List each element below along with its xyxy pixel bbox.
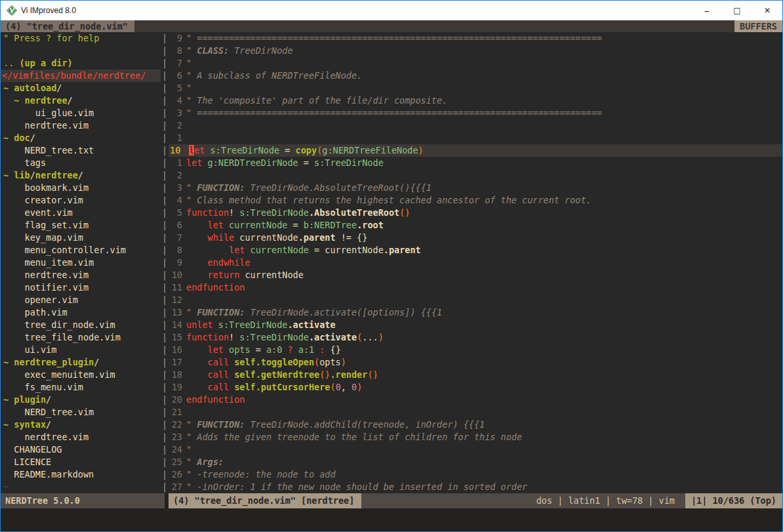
code-line[interactable]: 19 call self.putCursorHere(0, 0) bbox=[169, 381, 782, 394]
file-fs-menu-vim[interactable]: fs_menu.vim bbox=[3, 381, 161, 394]
code-line-current[interactable]: 10let s:TreeDirNode = copy(g:NERDTreeFil… bbox=[169, 144, 782, 157]
code-line[interactable]: 26" -treenode: the node to add bbox=[169, 468, 782, 481]
code-line[interactable]: 4" Class method that returns the highest… bbox=[169, 194, 782, 207]
close-button[interactable]: ✕ bbox=[752, 1, 782, 20]
line-number: 1 bbox=[169, 157, 186, 169]
code-line[interactable]: 4" The 'composite' part of the file/dir … bbox=[169, 94, 782, 107]
maximize-button[interactable]: □ bbox=[722, 1, 752, 20]
dir-nerdtree-plugin[interactable]: ~ nerdtree_plugin/ bbox=[3, 356, 161, 369]
code-line[interactable]: 1let g:NERDTreeDirNode = s:TreeDirNode bbox=[169, 157, 782, 169]
code-line[interactable]: 15function! s:TreeDirNode.activate(...) bbox=[169, 331, 782, 344]
file-ui-glue-vim[interactable]: ui_glue.vim bbox=[3, 107, 161, 119]
root-path[interactable]: </vimfiles/bundle/nerdtree/ bbox=[1, 70, 161, 82]
dir-syntax[interactable]: ~ syntax/ bbox=[3, 419, 161, 431]
code-line[interactable]: 3" FUNCTION: TreeDirNode.AbsoluteTreeRoo… bbox=[169, 182, 782, 194]
code-line[interactable]: 3" =====================================… bbox=[169, 107, 782, 119]
file-tags[interactable]: tags bbox=[3, 157, 161, 169]
code-text: " Class method that returns the highest … bbox=[186, 194, 592, 207]
dir-doc[interactable]: ~ doc/ bbox=[3, 132, 161, 144]
code-line[interactable]: 13" FUNCTION: TreeDirNode.activate([opti… bbox=[169, 306, 782, 319]
line-number: 25 bbox=[169, 456, 186, 468]
file-menu-item-vim[interactable]: menu_item.vim bbox=[3, 256, 161, 269]
up-dir-item[interactable]: .. (up a dir) bbox=[3, 57, 161, 70]
code-line[interactable]: 2 bbox=[169, 119, 782, 132]
file-ui-vim[interactable]: ui.vim bbox=[3, 344, 161, 356]
file-creator-vim[interactable]: creator.vim bbox=[3, 194, 161, 207]
code-line[interactable]: 5" bbox=[169, 82, 782, 94]
file-readme-markdown[interactable]: README.markdown bbox=[3, 468, 161, 481]
code-line[interactable]: 7" bbox=[169, 57, 782, 70]
window-separator[interactable]: ||||||||||||||||||||||||||||||||||||| bbox=[161, 32, 169, 493]
empty-line-indicator[interactable]: ~ bbox=[3, 481, 161, 493]
code-text: " ======================================… bbox=[186, 107, 602, 119]
file-nerd-tree-txt[interactable]: NERD_tree.txt bbox=[3, 144, 161, 157]
file-flag-set-vim[interactable]: flag_set.vim bbox=[3, 219, 161, 232]
file-path-vim[interactable]: path.vim bbox=[3, 306, 161, 319]
window-title: Vi IMproved 8.0 bbox=[21, 6, 76, 15]
code-line[interactable]: 23" Adds the given treenode to the list … bbox=[169, 431, 782, 443]
line-number: 6 bbox=[169, 219, 186, 232]
code-text: return currentNode bbox=[186, 269, 304, 281]
line-number: 8 bbox=[169, 244, 186, 256]
code-line[interactable]: 24" bbox=[169, 443, 782, 456]
code-line[interactable]: 11endfunction bbox=[169, 281, 782, 294]
main-statusline: (4) "tree_dir_node.vim" [nerdtree] dos |… bbox=[169, 493, 782, 508]
separator-bar: | bbox=[161, 281, 169, 294]
blank-line[interactable] bbox=[3, 45, 161, 57]
code-line[interactable]: 8" CLASS: TreeDirNode bbox=[169, 45, 782, 57]
separator-bar: | bbox=[161, 344, 169, 356]
file-autoload-nerdtree-vim[interactable]: nerdtree.vim bbox=[3, 119, 161, 132]
code-line[interactable]: 9 endwhile bbox=[169, 256, 782, 269]
command-line[interactable] bbox=[1, 508, 782, 531]
separator-bar: | bbox=[161, 481, 169, 493]
code-line[interactable]: 22" FUNCTION: TreeDirNode.addChild(treen… bbox=[169, 419, 782, 431]
code-line[interactable]: 9" =====================================… bbox=[169, 32, 782, 45]
dir-autoload-nerdtree[interactable]: ~ nerdtree/ bbox=[3, 94, 161, 107]
line-number: 14 bbox=[169, 319, 186, 331]
code-line[interactable]: 7 while currentNode.parent != {} bbox=[169, 232, 782, 244]
file-nerd-tree-vim[interactable]: NERD_tree.vim bbox=[3, 406, 161, 419]
dir-plugin[interactable]: ~ plugin/ bbox=[3, 394, 161, 406]
file-tree-file-node-vim[interactable]: tree_file_node.vim bbox=[3, 331, 161, 344]
minimize-button[interactable]: – bbox=[692, 1, 722, 20]
code-text: function! s:TreeDirNode.activate(...) bbox=[186, 331, 384, 344]
titlebar[interactable]: Vi IMproved 8.0 – □ ✕ bbox=[1, 1, 782, 20]
code-line[interactable]: 6 let currentNode = b:NERDTree.root bbox=[169, 219, 782, 232]
file-event-vim[interactable]: event.vim bbox=[3, 207, 161, 219]
separator-bar: | bbox=[161, 369, 169, 381]
separator-bar: | bbox=[161, 419, 169, 431]
code-line[interactable]: 2 bbox=[169, 169, 782, 182]
code-text: " -inOrder: 1 if the new node should be … bbox=[186, 481, 527, 493]
file-key-map-vim[interactable]: key_map.vim bbox=[3, 232, 161, 244]
code-line[interactable]: 5function! s:TreeDirNode.AbsoluteTreeRoo… bbox=[169, 207, 782, 219]
dir-autoload[interactable]: ~ autoload/ bbox=[3, 82, 161, 94]
file-menu-controller-vim[interactable]: menu_controller.vim bbox=[3, 244, 161, 256]
statusline-filename: (4) "tree_dir_node.vim" [nerdtree] bbox=[169, 493, 361, 508]
code-line[interactable]: 18 call self.getNerdtree().render() bbox=[169, 369, 782, 381]
file-opener-vim[interactable]: opener.vim bbox=[3, 294, 161, 306]
file-licence[interactable]: LICENCE bbox=[3, 456, 161, 468]
file-lib-nerdtree-vim[interactable]: nerdtree.vim bbox=[3, 269, 161, 281]
tab-tree-dir-node-vim[interactable]: (4) "tree_dir_node.vim" bbox=[1, 20, 134, 32]
file-notifier-vim[interactable]: notifier.vim bbox=[3, 281, 161, 294]
file-exec-menuitem-vim[interactable]: exec_menuitem.vim bbox=[3, 369, 161, 381]
code-line[interactable]: 16 let opts = a:0 ? a:1 : {} bbox=[169, 344, 782, 356]
help-line[interactable]: " Press ? for help bbox=[3, 32, 161, 45]
code-line[interactable]: 27" -inOrder: 1 if the new node should b… bbox=[169, 481, 782, 493]
code-line[interactable]: 14unlet s:TreeDirNode.activate bbox=[169, 319, 782, 331]
dir-lib-nerdtree[interactable]: ~ lib/nerdtree/ bbox=[3, 169, 161, 182]
code-line[interactable]: 1 bbox=[169, 132, 782, 144]
code-line[interactable]: 12 bbox=[169, 294, 782, 306]
code-line[interactable]: 20endfunction bbox=[169, 394, 782, 406]
code-line[interactable]: 17 call self.toggleOpen(opts) bbox=[169, 356, 782, 369]
code-line[interactable]: 6" A subclass of NERDTreeFileNode. bbox=[169, 70, 782, 82]
code-line[interactable]: 8 let currentNode = currentNode.parent bbox=[169, 244, 782, 256]
separator-bar: | bbox=[161, 356, 169, 369]
code-line[interactable]: 10 return currentNode bbox=[169, 269, 782, 281]
code-line[interactable]: 21 bbox=[169, 406, 782, 419]
code-line[interactable]: 25" Args: bbox=[169, 456, 782, 468]
file-tree-dir-node-vim[interactable]: tree_dir_node.vim bbox=[3, 319, 161, 331]
file-bookmark-vim[interactable]: bookmark.vim bbox=[3, 182, 161, 194]
file-changelog[interactable]: CHANGELOG bbox=[3, 443, 161, 456]
file-syntax-nerdtree-vim[interactable]: nerdtree.vim bbox=[3, 431, 161, 443]
